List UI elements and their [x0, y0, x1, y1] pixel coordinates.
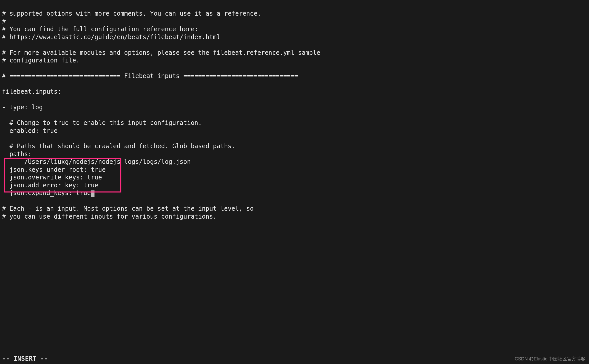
code-line: json.add_error_key: true [2, 182, 98, 189]
code-line: - /Users/liuxg/nodejs/nodejs_logs/logs/l… [2, 158, 191, 165]
code-line: enabled: true [2, 127, 58, 134]
vim-editor[interactable]: # supported options with more comments. … [0, 0, 589, 220]
code-line: # [2, 18, 6, 25]
code-line: # supported options with more comments. … [2, 10, 261, 17]
code-line: # Change to true to enable this input co… [2, 119, 202, 126]
code-line: # Each - is an input. Most options can b… [2, 205, 254, 212]
code-line: # configuration file. [2, 57, 80, 64]
code-line: # For more available modules and options… [2, 49, 320, 56]
code-line: - type: log [2, 104, 43, 111]
vim-status-line: -- INSERT -- [2, 355, 48, 362]
code-line: filebeat.inputs: [2, 88, 61, 95]
code-line: paths: [2, 151, 32, 158]
text-cursor [91, 190, 94, 197]
code-line: # Paths that should be crawled and fetch… [2, 143, 235, 150]
watermark-text: CSDN @Elastic 中国社区官方博客 [515, 356, 585, 362]
code-line: # https://www.elastic.co/guide/en/beats/… [2, 34, 220, 41]
code-line: json.keys_under_root: true [2, 166, 106, 173]
code-line: # You can find the full configuration re… [2, 26, 198, 33]
code-line: json.expand_keys: true [2, 189, 91, 197]
code-line: # you can use different inputs for vario… [2, 213, 217, 220]
code-line: # ============================== Filebea… [2, 72, 298, 80]
code-line: json.overwrite_keys: true [2, 174, 102, 181]
